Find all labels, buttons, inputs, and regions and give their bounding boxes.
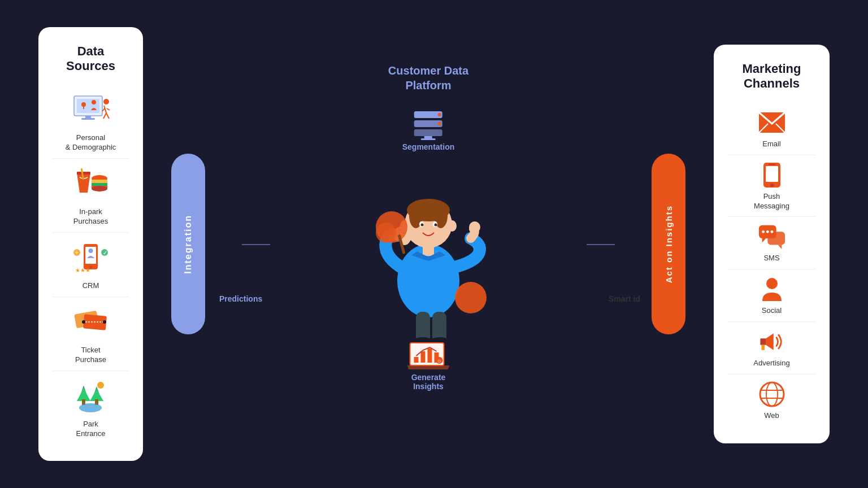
svg-rect-41 <box>414 129 442 136</box>
svg-point-4 <box>92 100 96 104</box>
svg-rect-6 <box>81 118 95 120</box>
svg-point-7 <box>103 99 109 104</box>
data-source-inpark: In-parkPurchases <box>53 159 129 233</box>
integration-label: Integration <box>183 215 193 274</box>
svg-rect-5 <box>85 116 91 118</box>
predictions-label: Predictions <box>219 294 262 303</box>
sms-label: SMS <box>763 254 779 263</box>
person-figure <box>366 168 491 337</box>
push-messaging-icon <box>758 161 786 189</box>
svg-text:+: + <box>75 250 79 256</box>
svg-point-86 <box>770 230 773 233</box>
act-on-insights-pill: Act on Insights <box>652 154 685 334</box>
svg-rect-67 <box>414 357 419 363</box>
svg-marker-33 <box>90 389 103 401</box>
email-label: Email <box>762 140 781 149</box>
crm-icon: ★★★ + ✓ <box>71 238 111 278</box>
svg-rect-69 <box>428 348 432 363</box>
svg-point-27 <box>103 320 106 324</box>
svg-point-18 <box>89 249 93 253</box>
svg-rect-11 <box>92 180 107 183</box>
svg-text:★★★: ★★★ <box>75 267 90 273</box>
ticket-purchase-label: TicketPurchase <box>75 346 106 365</box>
data-source-ticket: TicketPurchase <box>53 297 129 371</box>
segmentation-label: Segmentation <box>402 142 455 151</box>
svg-point-35 <box>79 403 102 412</box>
svg-point-87 <box>766 278 778 289</box>
personal-demographic-icon <box>71 90 111 130</box>
segmentation-box: Segmentation <box>402 108 455 151</box>
svg-point-54 <box>448 220 457 232</box>
right-panel-title: MarketingChannels <box>743 62 801 91</box>
svg-text:✓: ✓ <box>103 250 107 256</box>
social-icon <box>758 275 786 303</box>
connector-line-left <box>242 244 270 245</box>
email-icon <box>758 108 786 137</box>
svg-rect-68 <box>421 351 426 363</box>
svg-rect-82 <box>767 232 785 245</box>
personal-demographic-label: Personal& Demographic <box>66 133 116 152</box>
crm-label: CRM <box>83 281 99 291</box>
svg-point-84 <box>762 230 765 233</box>
social-label: Social <box>762 306 782 316</box>
smart-id-label: Smart id <box>609 294 640 303</box>
insights-box: ⊙ GenerateInsights <box>407 340 450 391</box>
data-source-crm: ★★★ + ✓ CRM <box>53 233 129 297</box>
integration-pill: Integration <box>171 154 205 334</box>
channel-advertising: Advertising <box>728 322 815 374</box>
svg-point-51 <box>421 224 424 226</box>
park-entrance-label: ParkEntrance <box>76 420 105 439</box>
channel-email: Email <box>728 103 815 155</box>
svg-point-14 <box>92 186 107 191</box>
svg-rect-56 <box>423 246 434 256</box>
svg-rect-79 <box>769 164 775 165</box>
insights-icon: ⊙ <box>407 340 450 373</box>
insights-label: GenerateInsights <box>411 373 446 391</box>
svg-rect-43 <box>421 138 436 140</box>
web-label: Web <box>764 411 779 421</box>
svg-marker-30 <box>77 388 90 401</box>
svg-point-52 <box>435 224 437 226</box>
inpark-purchases-icon <box>71 164 111 204</box>
sms-icon <box>758 223 786 251</box>
act-on-insights-label: Act on Insights <box>664 205 674 283</box>
push-messaging-label: PushMessaging <box>754 192 789 211</box>
svg-rect-12 <box>92 183 107 186</box>
svg-rect-1 <box>77 99 99 113</box>
channel-push: PushMessaging <box>728 155 815 217</box>
svg-point-58 <box>376 223 396 243</box>
advertising-icon <box>758 328 786 356</box>
svg-text:⊙: ⊙ <box>437 359 441 364</box>
svg-point-36 <box>97 382 104 389</box>
data-source-park: ParkEntrance <box>53 371 129 445</box>
center-section: Customer DataPlatform Segmentation <box>137 52 719 436</box>
advertising-label: Advertising <box>753 359 789 368</box>
channel-sms: SMS <box>728 217 815 269</box>
left-panel-data-sources: DataSources <box>38 27 143 461</box>
svg-point-65 <box>455 282 487 313</box>
svg-point-38 <box>438 113 441 116</box>
svg-marker-81 <box>762 238 766 243</box>
svg-point-26 <box>82 320 85 324</box>
svg-point-78 <box>770 184 774 187</box>
ticket-icon <box>71 303 111 342</box>
park-entrance-icon <box>71 377 111 416</box>
svg-marker-83 <box>778 245 782 250</box>
svg-point-2 <box>81 102 86 107</box>
svg-point-60 <box>469 221 480 233</box>
web-icon <box>758 380 786 408</box>
channel-web: Web <box>728 374 815 426</box>
svg-rect-88 <box>760 339 765 345</box>
data-source-personal: Personal& Demographic <box>53 85 129 159</box>
inpark-purchases-label: In-parkPurchases <box>73 207 108 226</box>
svg-rect-42 <box>424 136 432 138</box>
main-diagram: DataSources <box>38 24 830 464</box>
cdp-label: Customer DataPlatform <box>372 63 485 93</box>
svg-point-40 <box>438 122 441 125</box>
svg-rect-89 <box>761 345 765 350</box>
segmentation-icon <box>409 108 448 142</box>
right-panel-marketing: MarketingChannels Email <box>714 45 830 443</box>
connector-line-right <box>587 244 615 245</box>
svg-point-85 <box>766 230 769 233</box>
svg-point-90 <box>760 382 784 406</box>
